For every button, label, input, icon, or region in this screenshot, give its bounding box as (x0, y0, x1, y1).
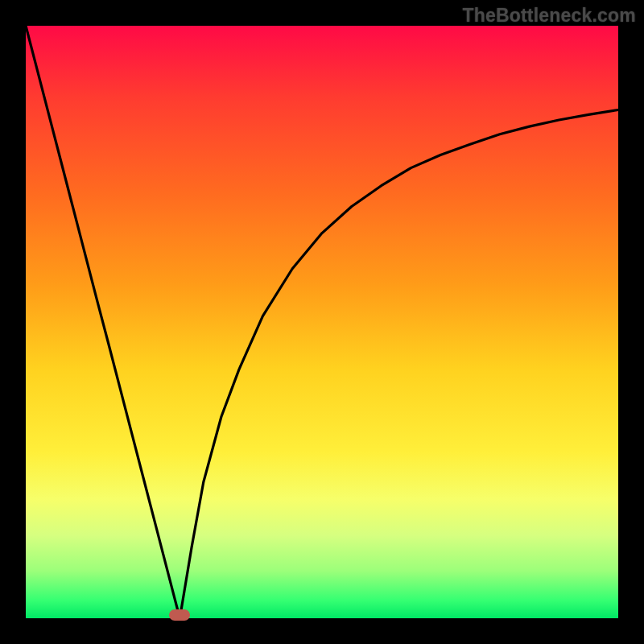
chart-frame: TheBottleneck.com (0, 0, 644, 644)
plot-area (26, 26, 618, 618)
curve-right-branch (180, 110, 618, 618)
minimum-marker (169, 609, 190, 621)
bottleneck-curve (26, 26, 618, 618)
watermark-text: TheBottleneck.com (462, 5, 636, 27)
curve-left-branch (26, 26, 180, 618)
